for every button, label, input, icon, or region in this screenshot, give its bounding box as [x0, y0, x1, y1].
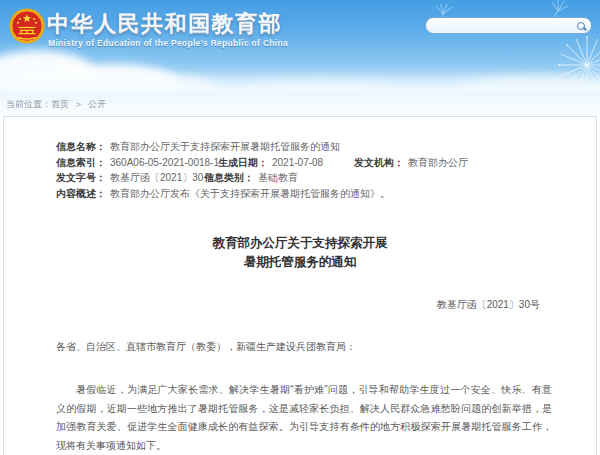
- dandelion-icon: [552, 30, 600, 92]
- breadcrumb-section-link[interactable]: 公开: [88, 99, 106, 109]
- document-title-line1: 教育部办公厅关于支持探索开展: [4, 234, 596, 253]
- cloud-decoration: [0, 72, 218, 92]
- meta-value: 教育部办公厅关于支持探索开展暑期托管服务的通知: [110, 141, 340, 152]
- meta-value: 2021-07-08: [272, 157, 323, 168]
- meta-label: 发文字号：: [56, 172, 106, 183]
- search-box[interactable]: [425, 17, 592, 34]
- meta-label: 信息索引：: [56, 157, 106, 168]
- meta-label: 信息类别：: [204, 172, 254, 183]
- document-title: 教育部办公厅关于支持探索开展 暑期托管服务的通知: [4, 234, 596, 272]
- breadcrumb-prefix: 当前位置：: [6, 99, 51, 109]
- meta-row-name: 信息名称：教育部办公厅关于支持探索开展暑期托管服务的通知: [56, 139, 596, 155]
- document-meta: 信息名称：教育部办公厅关于支持探索开展暑期托管服务的通知 信息索引：360A06…: [56, 139, 596, 201]
- cloud-decoration: [52, 64, 177, 92]
- meta-value: 教育部办公厅: [408, 157, 468, 168]
- breadcrumb: 当前位置：首页＞公开: [0, 92, 600, 115]
- meta-value: 基础教育: [258, 172, 298, 183]
- site-subtitle: Ministry of Education of the People's Re…: [48, 38, 288, 48]
- document-salutation: 各省、自治区、直辖市教育厅（教委），新疆生产建设兵团教育局：: [56, 339, 552, 354]
- meta-label: 发文机构：: [354, 157, 404, 168]
- cloud-decoration: [455, 76, 600, 92]
- document-number: 教基厅函〔2021〕30号: [4, 298, 540, 312]
- meta-label: 信息名称：: [56, 141, 106, 152]
- cloud-decoration: [245, 80, 395, 92]
- search-icon[interactable]: [577, 22, 585, 30]
- meta-value: 教育部办公厅发布《关于支持探索开展暑期托管服务的通知》。: [110, 188, 390, 199]
- meta-label: 内容概述：: [56, 188, 106, 199]
- breadcrumb-home-link[interactable]: 首页: [51, 99, 69, 109]
- meta-row-docno: 发文字号：教基厅函〔2021〕30号信息类别：基础教育: [56, 170, 596, 186]
- meta-label: 生成日期：: [218, 157, 268, 168]
- search-input[interactable]: [436, 18, 577, 33]
- national-emblem-icon: [8, 6, 46, 48]
- meta-value: 教基厅函〔2021〕30号: [110, 172, 213, 183]
- page: 中华人民共和国教育部 Ministry of Education of the …: [0, 0, 600, 455]
- document-panel: 信息名称：教育部办公厅关于支持探索开展暑期托管服务的通知 信息索引：360A06…: [3, 116, 597, 455]
- document-paragraph: 暑假临近，为满足广大家长需求、解决学生暑期“看护难”问题，引导和帮助学生度过一个…: [56, 381, 552, 455]
- document-title-line2: 暑期托管服务的通知: [4, 253, 596, 272]
- meta-row-index: 信息索引：360A06-05-2021-0018-1生成日期：2021-07-0…: [56, 155, 596, 171]
- cloud-decoration: [0, 50, 94, 92]
- header-banner: 中华人民共和国教育部 Ministry of Education of the …: [0, 0, 600, 92]
- site-title[interactable]: 中华人民共和国教育部: [47, 9, 282, 39]
- meta-value: 360A06-05-2021-0018-1: [110, 157, 219, 168]
- meta-row-summary: 内容概述：教育部办公厅发布《关于支持探索开展暑期托管服务的通知》。: [56, 186, 596, 202]
- breadcrumb-separator: ＞: [74, 99, 83, 109]
